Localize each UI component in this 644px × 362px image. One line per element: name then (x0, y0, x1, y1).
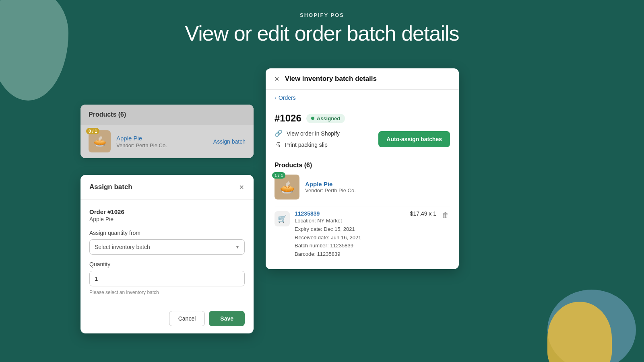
batch-barcode: Barcode: 11235839 (295, 250, 405, 259)
breadcrumb-arrow-icon: ‹ (275, 95, 276, 101)
status-badge-label: Assigned (317, 115, 341, 121)
product-thumbnail-wrapper: 🥧 0 / 1 (89, 130, 111, 152)
panel-product-badge: 1 / 1 (272, 172, 285, 179)
order-number: #1026 (275, 113, 301, 124)
panel-close-button[interactable]: × (275, 75, 279, 83)
breadcrumb: ‹ Orders (266, 90, 459, 106)
product-emoji: 🥧 (93, 135, 106, 148)
breadcrumb-orders-link[interactable]: Orders (279, 95, 296, 101)
batch-received: Received date: Jun 16, 2021 (295, 234, 405, 242)
batch-number: Batch number: 11235839 (295, 242, 405, 250)
badge-dot (311, 117, 314, 120)
cancel-button[interactable]: Cancel (169, 311, 205, 326)
quantity-label: Quantity (89, 261, 245, 267)
panel-content: ‹ Orders #1026 Assigned 🔗 View order in … (266, 90, 459, 269)
products-card-item: 🥧 0 / 1 Apple Pie Vendor: Perth Pie Co. … (80, 125, 254, 158)
quantity-input[interactable] (89, 271, 245, 286)
panel-product-thumb: 🥧 1 / 1 (275, 175, 299, 200)
content-area: Products (6) 🥧 0 / 1 Apple Pie Vendor: P… (0, 64, 644, 362)
batch-delete-button[interactable]: 🗑 (441, 210, 450, 220)
print-icon: 🖨 (275, 141, 281, 148)
order-action-links: 🔗 View order in Shopify 🖨 Print packing … (275, 130, 340, 148)
print-slip-label: Print packing slip (285, 142, 328, 148)
product-info: Apple Pie Vendor: Perth Pie Co. (116, 135, 208, 148)
status-badge: Assigned (306, 114, 345, 123)
batch-price: $17.49 x 1 (410, 210, 436, 217)
products-card-title: Products (6) (89, 111, 126, 118)
panel-products-section: Products (6) 🥧 1 / 1 Apple Pie Vendor: P… (266, 155, 459, 269)
batch-details: 11235839 Location: NY Market Expiry date… (295, 210, 405, 259)
inventory-batch-select-wrapper: Select inventory batch ▼ (89, 239, 245, 255)
assign-batch-link[interactable]: Assign batch (213, 138, 246, 145)
panel-product-vendor: Vendor: Perth Pie Co. (305, 187, 356, 193)
product-vendor: Vendor: Perth Pie Co. (116, 142, 208, 148)
panel-product-name[interactable]: Apple Pie (305, 181, 356, 187)
panel-header: × View inventory batch details (266, 68, 459, 90)
batch-icon: 🛒 (275, 211, 290, 226)
modal-title: Assign batch (89, 183, 132, 191)
products-card: Products (6) 🥧 0 / 1 Apple Pie Vendor: P… (80, 105, 254, 158)
page-subtitle: SHOPIFY POS (0, 12, 644, 18)
auto-assign-button[interactable]: Auto-assign batches (378, 131, 450, 147)
assign-qty-label: Assign quantity from (89, 230, 245, 236)
order-label: Order #1026 (89, 208, 245, 215)
product-badge: 0 / 1 (86, 128, 99, 134)
panel-order-section: #1026 Assigned 🔗 View order in Shopify 🖨 (266, 106, 459, 155)
panel-product-emoji: 🥧 (280, 180, 295, 194)
batch-location: Location: NY Market (295, 217, 405, 225)
view-order-link[interactable]: 🔗 View order in Shopify (275, 130, 340, 137)
page-header: SHOPIFY POS View or edit order batch det… (0, 0, 644, 45)
modal-close-button[interactable]: × (238, 182, 245, 192)
product-name[interactable]: Apple Pie (116, 135, 208, 142)
modal-header: Assign batch × (80, 175, 254, 200)
inventory-batch-select[interactable]: Select inventory batch (89, 239, 245, 255)
cart-icon: 🛒 (278, 214, 287, 223)
batch-id-link[interactable]: 11235839 (295, 210, 405, 217)
panel-product-row: 🥧 1 / 1 Apple Pie Vendor: Perth Pie Co. (275, 175, 450, 200)
print-slip-link[interactable]: 🖨 Print packing slip (275, 141, 340, 148)
view-order-label: View order in Shopify (287, 130, 340, 137)
modal-body: Order #1026 Apple Pie Assign quantity fr… (80, 200, 254, 302)
products-card-header: Products (6) (80, 105, 254, 125)
batch-expiry: Expiry date: Dec 15, 2021 (295, 225, 405, 234)
save-button[interactable]: Save (209, 311, 245, 326)
panel-title: View inventory batch details (285, 75, 377, 83)
page-title: View or edit order batch details (0, 21, 644, 45)
trash-icon: 🗑 (442, 211, 449, 219)
field-hint: Please select an inventory batch (89, 290, 245, 295)
panel-product-info: Apple Pie Vendor: Perth Pie Co. (305, 181, 356, 193)
assign-batch-modal: Assign batch × Order #1026 Apple Pie Ass… (80, 175, 254, 333)
inventory-panel: × View inventory batch details ‹ Orders … (266, 68, 459, 269)
modal-footer: Cancel Save (80, 305, 254, 333)
order-actions: 🔗 View order in Shopify 🖨 Print packing … (275, 130, 450, 148)
external-link-icon: 🔗 (275, 130, 283, 137)
order-product: Apple Pie (89, 216, 245, 222)
panel-products-title: Products (6) (275, 162, 450, 169)
batch-item-row: 🛒 11235839 Location: NY Market Expiry da… (275, 206, 450, 263)
order-number-row: #1026 Assigned (275, 113, 450, 124)
